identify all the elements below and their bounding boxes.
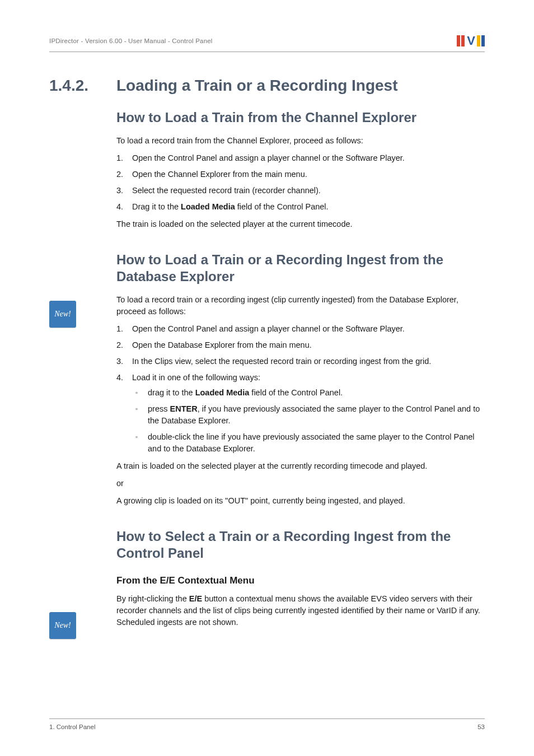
badge-label: New! xyxy=(54,310,71,319)
text-fragment: , if you have previously associated the … xyxy=(148,404,480,425)
heading-load-channel-explorer: How to Load a Train from the Channel Exp… xyxy=(116,109,485,126)
section-title: Loading a Train or a Recording Ingest xyxy=(116,77,398,95)
logo-bar-yellow xyxy=(477,35,480,46)
result-paragraph: The train is loaded on the selected play… xyxy=(116,218,485,230)
or-separator: or xyxy=(116,478,485,489)
enter-key-term: ENTER xyxy=(170,404,198,413)
content: By right-clicking the E/E button a conte… xyxy=(116,593,485,628)
step-item: Open the Control Panel and assign a play… xyxy=(116,323,485,335)
heading-load-database-explorer: How to Load a Train or a Recording Inges… xyxy=(116,251,485,285)
heading-select-control-panel: How to Select a Train or a Recording Ing… xyxy=(116,528,485,562)
text-fragment: Drag it to the xyxy=(132,202,181,211)
step-item: Load it in one of the following ways: dr… xyxy=(116,372,485,455)
option-item: drag it to the Loaded Media field of the… xyxy=(132,387,485,399)
footer-page-number: 53 xyxy=(477,724,485,730)
option-item: press ENTER, if you have previously asso… xyxy=(132,403,485,427)
subheading-ee-menu: From the E/E Contextual Menu xyxy=(116,575,485,586)
text-fragment: field of the Control Panel. xyxy=(249,388,343,397)
logo-v: V xyxy=(467,34,475,48)
result-paragraph: A growing clip is loaded on its "OUT" po… xyxy=(116,495,485,507)
loaded-media-term: Loaded Media xyxy=(195,388,250,397)
new-badge-icon: New! xyxy=(49,612,76,639)
text-fragment: drag it to the xyxy=(148,388,195,397)
step-item: Open the Database Explorer from the main… xyxy=(116,339,485,351)
new-badge-icon: New! xyxy=(49,301,76,328)
step-item: In the Clips view, select the requested … xyxy=(116,356,485,367)
text-fragment: By right-clicking the xyxy=(116,594,189,603)
logo-bar-red xyxy=(457,35,460,46)
logo-bar-red xyxy=(461,35,465,46)
step-item: Open the Control Panel and assign a play… xyxy=(116,152,485,164)
sub-options-list: drag it to the Loaded Media field of the… xyxy=(132,387,485,455)
logo-bar-blue xyxy=(481,35,485,46)
step-item: Open the Channel Explorer from the main … xyxy=(116,169,485,180)
option-item: double-click the line if you have previo… xyxy=(132,431,485,455)
text-fragment: press xyxy=(148,404,170,413)
section-heading: 1.4.2. Loading a Train or a Recording In… xyxy=(49,77,485,95)
loaded-media-term: Loaded Media xyxy=(181,202,235,211)
text-fragment: Load it in one of the following ways: xyxy=(132,373,260,382)
badge-label: New! xyxy=(54,621,71,630)
content: To load a record train or a recording in… xyxy=(116,294,485,586)
step-item: Drag it to the Loaded Media field of the… xyxy=(116,201,485,213)
steps-list-1: Open the Control Panel and assign a play… xyxy=(116,152,485,213)
steps-list-2: Open the Control Panel and assign a play… xyxy=(116,323,485,455)
content: How to Load a Train from the Channel Exp… xyxy=(116,109,485,285)
footer-chapter: 1. Control Panel xyxy=(49,724,95,730)
step-item: Select the requested record train (recor… xyxy=(116,185,485,197)
section-number: 1.4.2. xyxy=(49,77,101,95)
intro-paragraph: To load a record train or a recording in… xyxy=(116,294,485,318)
header-breadcrumb: IPDirector - Version 6.00 - User Manual … xyxy=(49,38,213,44)
page-footer: 1. Control Panel 53 xyxy=(49,718,485,730)
ee-button-term: E/E xyxy=(189,594,202,603)
intro-paragraph: To load a record train from the Channel … xyxy=(116,135,485,147)
result-paragraph: A train is loaded on the selected player… xyxy=(116,460,485,472)
evs-logo: V xyxy=(457,34,485,48)
ee-description-paragraph: By right-clicking the E/E button a conte… xyxy=(116,593,485,628)
text-fragment: field of the Control Panel. xyxy=(235,202,329,211)
page-header: IPDirector - Version 6.00 - User Manual … xyxy=(49,34,485,52)
